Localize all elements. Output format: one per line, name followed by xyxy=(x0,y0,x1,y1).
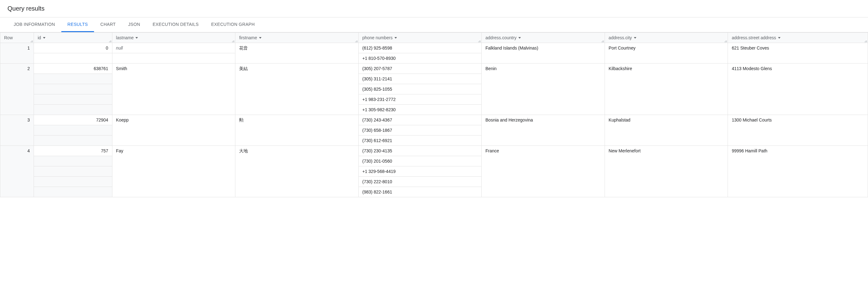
column-label: id xyxy=(38,35,41,40)
chevron-down-icon[interactable] xyxy=(634,37,637,39)
cell-country: Benin xyxy=(482,64,605,115)
column-header-id[interactable]: id xyxy=(34,33,112,43)
cell-phone: (730) 658-1867 xyxy=(358,125,482,136)
cell-city: Kuphalstad xyxy=(604,115,728,146)
tab-execution-details[interactable]: EXECUTION DETAILS xyxy=(146,18,205,32)
cell-phone: +1 329-568-4419 xyxy=(358,167,482,177)
cell-id-empty xyxy=(34,105,112,115)
cell-firstname: 花音 xyxy=(236,43,359,64)
cell-country: Falkland Islands (Malvinas) xyxy=(482,43,605,64)
cell-phone: +1 305-982-8230 xyxy=(358,105,482,115)
cell-id-empty xyxy=(34,167,112,177)
cell-phone: (730) 230-4135 xyxy=(358,146,482,156)
tabs: JOB INFORMATIONRESULTSCHARTJSONEXECUTION… xyxy=(0,18,868,32)
column-header-firstname[interactable]: firstname xyxy=(236,33,359,43)
cell-phone: +1 810-570-8930 xyxy=(358,53,482,64)
resize-handle-icon[interactable] xyxy=(865,39,867,42)
cell-id-empty xyxy=(34,187,112,197)
cell-id-empty xyxy=(34,125,112,136)
cell-firstname: 美結 xyxy=(236,64,359,115)
cell-id: 0 xyxy=(34,43,112,53)
header: Query results xyxy=(0,0,868,18)
cell-lastname: Smith xyxy=(112,64,236,115)
column-prefix: address. xyxy=(485,35,502,40)
cell-id-empty xyxy=(34,84,112,94)
cell-phone: (612) 925-8598 xyxy=(358,43,482,53)
cell-row-num: 1 xyxy=(0,43,34,64)
results-table-wrapper: Row id lastname firstname phone numbers xyxy=(0,32,868,197)
column-header-city[interactable]: address.city xyxy=(604,33,728,43)
chevron-down-icon[interactable] xyxy=(259,37,261,39)
resize-handle-icon[interactable] xyxy=(601,39,604,42)
cell-street: 4113 Modesto Glens xyxy=(728,64,868,115)
resize-handle-icon[interactable] xyxy=(232,39,235,42)
resize-handle-icon[interactable] xyxy=(109,39,112,42)
column-header-lastname[interactable]: lastname xyxy=(112,33,236,43)
cell-lastname: Fay xyxy=(112,146,236,197)
column-header-street[interactable]: address.street address xyxy=(728,33,868,43)
cell-country: France xyxy=(482,146,605,197)
chevron-down-icon[interactable] xyxy=(778,37,780,39)
tab-json[interactable]: JSON xyxy=(122,18,147,32)
chevron-down-icon[interactable] xyxy=(135,37,138,39)
column-label: firstname xyxy=(239,35,257,40)
cell-phone: (305) 825-1055 xyxy=(358,84,482,94)
resize-handle-icon[interactable] xyxy=(355,39,358,42)
tab-job-information[interactable]: JOB INFORMATION xyxy=(7,18,61,32)
cell-row-num: 2 xyxy=(0,64,34,115)
table-row: 4757Fay大地(730) 230-4135FranceNew Merlene… xyxy=(0,146,868,156)
column-label: Row xyxy=(4,35,13,40)
resize-handle-icon[interactable] xyxy=(478,39,481,42)
cell-lastname-empty xyxy=(112,53,236,64)
cell-phone: (730) 222-8010 xyxy=(358,177,482,187)
cell-city: New Merlenefort xyxy=(604,146,728,197)
cell-id-empty xyxy=(34,177,112,187)
cell-phone: (730) 201-0560 xyxy=(358,156,482,167)
cell-id: 757 xyxy=(34,146,112,156)
chevron-down-icon[interactable] xyxy=(395,37,397,39)
column-label: city xyxy=(625,35,632,40)
column-prefix: address. xyxy=(732,35,748,40)
cell-id-empty xyxy=(34,156,112,167)
tab-chart[interactable]: CHART xyxy=(94,18,122,32)
resize-handle-icon[interactable] xyxy=(724,39,727,42)
column-prefix: address. xyxy=(609,35,625,40)
cell-street: 99996 Hamill Path xyxy=(728,146,868,197)
tab-results[interactable]: RESULTS xyxy=(61,18,94,32)
table-row: 372904Koepp勲(730) 243-4367Bosnia and Her… xyxy=(0,115,868,125)
column-label: country xyxy=(502,35,517,40)
column-label: phone numbers xyxy=(362,35,393,40)
cell-country: Bosnia and Herzegovina xyxy=(482,115,605,146)
cell-id: 72904 xyxy=(34,115,112,125)
column-header-country[interactable]: address.country xyxy=(482,33,605,43)
cell-phone: (730) 243-4367 xyxy=(358,115,482,125)
cell-city: Port Courtney xyxy=(604,43,728,64)
table-row: 10null花音(612) 925-8598Falkland Islands (… xyxy=(0,43,868,53)
column-header-phone[interactable]: phone numbers xyxy=(358,33,482,43)
table-header-row: Row id lastname firstname phone numbers xyxy=(0,33,868,43)
cell-lastname: null xyxy=(112,43,236,53)
column-label: lastname xyxy=(116,35,134,40)
column-header-row[interactable]: Row xyxy=(0,33,34,43)
cell-firstname: 大地 xyxy=(236,146,359,197)
tab-execution-graph[interactable]: EXECUTION GRAPH xyxy=(205,18,261,32)
cell-firstname: 勲 xyxy=(236,115,359,146)
chevron-down-icon[interactable] xyxy=(43,37,45,39)
cell-lastname: Koepp xyxy=(112,115,236,146)
page-title: Query results xyxy=(7,5,861,12)
cell-row-num: 3 xyxy=(0,115,34,146)
resize-handle-icon[interactable] xyxy=(31,39,33,42)
cell-city: Kilbackshire xyxy=(604,64,728,115)
column-label: street address xyxy=(748,35,776,40)
cell-id-empty xyxy=(34,53,112,64)
cell-id-empty xyxy=(34,74,112,84)
cell-row-num: 4 xyxy=(0,146,34,197)
cell-id-empty xyxy=(34,94,112,105)
cell-phone: +1 983-231-2772 xyxy=(358,94,482,105)
cell-id: 638761 xyxy=(34,64,112,74)
chevron-down-icon[interactable] xyxy=(518,37,521,39)
cell-street: 1300 Michael Courts xyxy=(728,115,868,146)
cell-id-empty xyxy=(34,136,112,146)
cell-phone: (305) 207-5787 xyxy=(358,64,482,74)
cell-phone: (305) 311-2141 xyxy=(358,74,482,84)
